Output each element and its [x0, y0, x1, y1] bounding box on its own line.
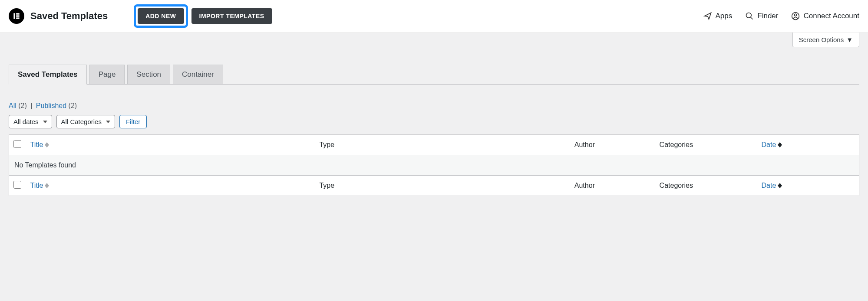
col-author-label-footer: Author	[574, 182, 595, 189]
col-author-label: Author	[574, 141, 595, 148]
search-icon	[745, 12, 754, 20]
separator: |	[30, 102, 32, 109]
tab-container[interactable]: Container	[173, 65, 223, 84]
no-items-row: No Templates found	[9, 155, 859, 176]
table-footer-row: Title Type Author Categories	[9, 176, 859, 196]
apps-label: Apps	[716, 12, 733, 20]
elementor-icon	[12, 12, 21, 20]
col-date-label: Date	[762, 141, 776, 149]
dates-select[interactable]: All dates	[9, 115, 52, 128]
elementor-logo	[9, 8, 24, 24]
finder-label: Finder	[757, 12, 778, 20]
tab-saved-templates[interactable]: Saved Templates	[9, 65, 87, 85]
col-categories-footer: Categories	[655, 176, 757, 196]
svg-rect-2	[16, 15, 19, 16]
col-title-label: Title	[30, 141, 43, 149]
screen-options-label: Screen Options	[799, 36, 844, 43]
col-author-header: Author	[570, 135, 655, 155]
templates-table: Title Type Author Categories	[9, 134, 859, 196]
col-title-header[interactable]: Title	[26, 135, 315, 155]
add-new-highlight: ADD NEW	[134, 4, 188, 28]
sort-icon	[778, 142, 782, 147]
sort-icon	[778, 183, 782, 188]
main-content: Saved Templates Page Section Container A…	[0, 47, 868, 205]
col-title-footer[interactable]: Title	[26, 176, 315, 196]
tab-section[interactable]: Section	[127, 65, 170, 84]
svg-rect-3	[16, 17, 19, 19]
header-buttons: ADD NEW IMPORT TEMPLATES	[134, 4, 272, 28]
col-author-footer: Author	[570, 176, 655, 196]
filter-all-count: (2)	[18, 102, 27, 109]
finder-link[interactable]: Finder	[745, 12, 778, 20]
col-date-footer[interactable]: Date	[757, 176, 859, 196]
svg-rect-1	[16, 13, 19, 14]
select-all-checkbox-footer[interactable]	[13, 181, 21, 189]
filters-row: All dates All Categories Filter	[9, 115, 859, 128]
page-title: Saved Templates	[30, 10, 108, 22]
header-bar: Saved Templates ADD NEW IMPORT TEMPLATES…	[0, 0, 868, 33]
dates-select-value: All dates	[13, 118, 39, 125]
select-all-checkbox[interactable]	[13, 140, 21, 148]
sort-icon	[45, 142, 49, 147]
no-items-message: No Templates found	[9, 155, 859, 176]
filter-published-count: (2)	[69, 102, 77, 109]
connect-account-link[interactable]: Connect Account	[791, 12, 859, 20]
connect-account-label: Connect Account	[803, 12, 859, 20]
chevron-down-icon: ▼	[846, 36, 853, 43]
filter-published-link[interactable]: Published	[36, 102, 66, 109]
col-categories-header: Categories	[655, 135, 757, 155]
import-templates-button[interactable]: IMPORT TEMPLATES	[191, 8, 272, 24]
status-filter-links: All (2) | Published (2)	[9, 102, 859, 110]
filter-all-link[interactable]: All	[9, 102, 17, 109]
col-date-label-footer: Date	[762, 182, 776, 190]
svg-rect-0	[13, 13, 15, 19]
header-right: Apps Finder Connect Account	[703, 12, 859, 20]
add-new-button[interactable]: ADD NEW	[138, 8, 184, 24]
svg-point-4	[746, 13, 752, 18]
apps-icon	[703, 12, 712, 20]
categories-select-value: All Categories	[61, 118, 102, 125]
select-all-header	[9, 135, 26, 155]
tabs: Saved Templates Page Section Container	[9, 65, 859, 85]
svg-point-7	[795, 14, 797, 16]
col-title-label-footer: Title	[30, 182, 43, 190]
col-categories-label-footer: Categories	[660, 182, 693, 189]
sort-icon	[45, 183, 49, 188]
screen-options-button[interactable]: Screen Options ▼	[792, 33, 859, 47]
categories-select[interactable]: All Categories	[56, 115, 115, 128]
col-type-header: Type	[315, 135, 570, 155]
col-date-header[interactable]: Date	[757, 135, 859, 155]
user-icon	[791, 12, 800, 20]
select-all-footer	[9, 176, 26, 196]
col-type-label-footer: Type	[319, 182, 334, 189]
screen-options-bar: Screen Options ▼	[0, 33, 868, 47]
svg-line-5	[751, 17, 753, 20]
filter-button[interactable]: Filter	[119, 115, 147, 128]
col-type-label: Type	[319, 141, 334, 148]
col-type-footer: Type	[315, 176, 570, 196]
table-header-row: Title Type Author Categories	[9, 135, 859, 155]
tab-page[interactable]: Page	[89, 65, 125, 84]
apps-link[interactable]: Apps	[703, 12, 733, 20]
col-categories-label: Categories	[660, 141, 693, 148]
